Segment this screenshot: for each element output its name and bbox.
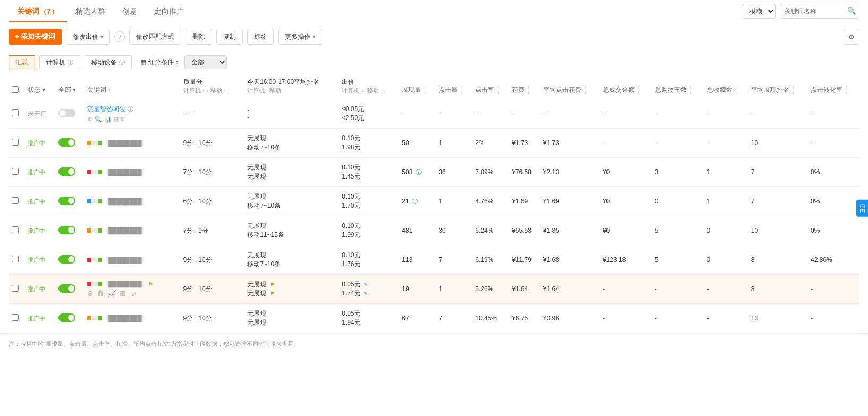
row-checkbox[interactable] — [12, 226, 19, 233]
keyword-search-input[interactable] — [780, 7, 844, 15]
keyword-bar-icon[interactable]: ▦ — [114, 116, 119, 123]
delete-button[interactable]: 删除 — [186, 29, 212, 45]
status-toggle[interactable] — [58, 197, 75, 205]
row-checkbox[interactable] — [12, 109, 19, 116]
tab-audience[interactable]: 精选人群 — [67, 0, 114, 22]
status-toggle[interactable] — [58, 313, 75, 322]
sort-avg-cost[interactable]: ↑↓ — [584, 86, 586, 95]
tab-creative[interactable]: 创意 — [114, 0, 146, 22]
sort-cart[interactable]: ↑↓ — [689, 86, 692, 95]
td-status: 未开启 — [24, 99, 55, 129]
sort-pc-up[interactable]: ↑ — [203, 88, 205, 94]
settings-button[interactable]: ⚙ — [844, 29, 859, 45]
th-avg-display-rank: 平均展现排名 ↑↓ — [748, 73, 807, 99]
keyword-flag-icon[interactable]: ⚑ — [148, 281, 153, 287]
chart-icon[interactable]: 📈 — [107, 289, 116, 298]
status-text: 推广中 — [28, 198, 45, 205]
status-toggle[interactable] — [58, 109, 75, 117]
impressions-info[interactable]: ⓘ — [412, 198, 418, 205]
subtab-mobile[interactable]: 移动设备 ⓘ — [85, 55, 132, 69]
sort-bid-mobile[interactable]: ↑↓ — [381, 88, 385, 94]
rank-mobile: 移动11~15条 — [247, 231, 284, 239]
row-checkbox[interactable] — [12, 168, 19, 175]
keyword-search-icon[interactable]: 🔍 — [95, 116, 102, 123]
delete-icon[interactable]: 🗑 — [97, 289, 104, 298]
quality-pc: - — [183, 110, 186, 117]
td-impressions: 67 — [399, 304, 435, 333]
sort-cost[interactable]: ↑↓ — [528, 86, 530, 95]
td-checkbox — [9, 275, 24, 304]
sort-avg-rank[interactable]: ↑↓ — [792, 86, 794, 95]
impressions-info[interactable]: ⓘ — [416, 169, 422, 175]
keyword-settings-icon[interactable]: ⚙ — [87, 116, 92, 123]
sort-pc-down[interactable]: ↓ — [206, 88, 209, 94]
keyword-chart-icon[interactable]: 📊 — [104, 116, 112, 123]
add-keyword-button[interactable]: 添加关键词 — [9, 29, 62, 45]
status-text: 未开启 — [28, 110, 47, 117]
keyword-info-icon[interactable]: ⓘ — [128, 105, 133, 113]
sort-mobile-down[interactable]: ↓ — [227, 88, 230, 94]
subtab-pc[interactable]: 计算机 ⓘ — [39, 55, 80, 69]
modify-bid-info-icon[interactable]: ? — [114, 31, 125, 42]
subtab-pc-info[interactable]: ⓘ — [68, 58, 73, 66]
color-dot — [87, 141, 91, 145]
rank-mobile-flag[interactable]: ⚑ — [270, 291, 275, 296]
rank-pc-flag[interactable]: ⚑ — [270, 282, 275, 287]
tab-targeted[interactable]: 定向推广 — [146, 0, 192, 22]
status-toggle[interactable] — [58, 138, 75, 147]
color-dot — [87, 258, 91, 262]
td-cvr: - — [807, 129, 859, 158]
row-checkbox[interactable] — [12, 139, 19, 146]
sort-clicks[interactable]: ↑↓ — [461, 86, 463, 95]
status-toggle[interactable] — [58, 226, 75, 234]
tag-button[interactable]: 标签 — [247, 29, 274, 45]
row-checkbox[interactable] — [12, 314, 19, 321]
select-all-checkbox[interactable] — [12, 86, 19, 93]
modify-match-button[interactable]: 修改匹配方式 — [129, 29, 181, 45]
sort-impressions[interactable]: ↑↓ — [424, 86, 426, 95]
row-checkbox[interactable] — [12, 256, 19, 262]
td-toggle — [55, 245, 85, 275]
sort-sales[interactable]: ↑↓ — [637, 86, 639, 95]
row-checkbox[interactable] — [12, 285, 19, 292]
search-button[interactable]: 🔍 — [844, 4, 859, 19]
keyword-text: ████████ — [106, 227, 144, 234]
copy-button[interactable]: 复制 — [216, 29, 243, 45]
sort-bid-pc[interactable]: ↑↓ — [361, 88, 366, 94]
right-sidebar-tab[interactable]: CE — [856, 199, 868, 217]
keyword-copy-icon[interactable]: ⧉ — [121, 116, 125, 123]
td-checkbox — [9, 158, 24, 187]
subtab-mobile-info[interactable]: ⓘ — [119, 58, 125, 66]
edit-icon[interactable]: ⊞ — [120, 289, 126, 298]
bid-pc-edit[interactable]: ✎ — [364, 282, 368, 287]
sort-collect[interactable]: ↑↓ — [735, 86, 737, 95]
td-cvr: - — [807, 99, 859, 129]
bid-mobile-edit[interactable]: ✎ — [364, 291, 368, 296]
sort-mobile-up[interactable]: ↑ — [224, 88, 226, 94]
td-avg-rank: - — [748, 99, 807, 129]
td-cost: ¥55.58 — [509, 216, 540, 245]
more-ops-button[interactable]: 更多操作 ▾ — [278, 29, 322, 45]
emoji-icon[interactable]: ☺ — [129, 289, 137, 298]
th-checkbox — [9, 73, 24, 99]
th-all-arrow[interactable]: ▾ — [73, 86, 76, 94]
filter-select[interactable]: 全部 — [184, 55, 227, 69]
status-toggle[interactable] — [58, 255, 75, 264]
row-checkbox[interactable] — [12, 197, 19, 204]
sort-ctr[interactable]: ↑↓ — [498, 86, 500, 95]
status-toggle[interactable] — [58, 284, 75, 293]
bid-mobile: ≤2.50元 — [342, 114, 364, 122]
th-keyword-sort[interactable]: ↑ — [108, 87, 111, 93]
th-bid: 出价 计算机 ↑↓ 移动 ↑↓ — [339, 73, 399, 99]
modify-bid-button[interactable]: 修改出价 ▾ — [66, 29, 110, 45]
add-icon[interactable]: ⊕ — [87, 289, 94, 298]
match-type-select[interactable]: 模糊 — [743, 4, 776, 19]
status-toggle[interactable] — [58, 167, 75, 176]
td-bid: 0.05元 1.94元 — [339, 304, 399, 333]
th-sales: 总成交金额 ↑↓ — [600, 73, 652, 99]
sort-cvr[interactable]: ↑↓ — [845, 86, 847, 95]
subtab-summary[interactable]: 汇总 — [9, 55, 35, 69]
th-status-arrow[interactable]: ▾ — [42, 86, 45, 94]
tab-keywords[interactable]: 关键词（7） — [9, 0, 67, 22]
color-dot — [87, 282, 91, 286]
